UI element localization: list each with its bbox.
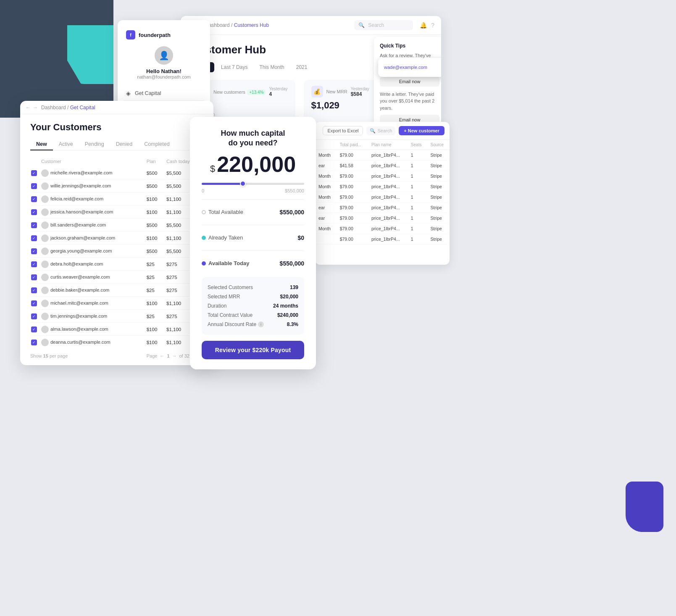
tab-new[interactable]: New xyxy=(30,139,53,150)
list-item[interactable]: Month $79.00 price_1lbrP4... 1 Stripe xyxy=(315,224,450,234)
row-check[interactable]: ✓ xyxy=(31,167,40,179)
tab-2021[interactable]: 2021 xyxy=(291,62,313,72)
stat-val-customers: 139 xyxy=(290,284,298,290)
page-label: Page xyxy=(147,353,158,358)
row-email: alma.lawson@example.com xyxy=(41,324,146,336)
tab-completed[interactable]: Completed xyxy=(138,139,175,150)
table-row[interactable]: ✓ georgia.young@example.com $500 $5,500 xyxy=(31,245,203,258)
available-today-label: Available Today xyxy=(202,260,250,266)
slider-thumb[interactable] xyxy=(240,181,246,187)
cust-content: Your Customers New Active Pending Denied… xyxy=(20,114,213,349)
tab-denied[interactable]: Denied xyxy=(110,139,139,150)
hub-search[interactable]: 🔍 Search xyxy=(354,20,413,30)
metric-new-mrr: 💰 New MRR Yesterday$584 $1,029 xyxy=(304,80,377,123)
quick-tip-2-link[interactable]: wade@example.com xyxy=(378,58,441,77)
cust-back-btn[interactable]: ← xyxy=(25,104,31,111)
row-check[interactable]: ✓ xyxy=(31,324,40,336)
table-row[interactable]: ✓ alma.lawson@example.com $100 $1,100 xyxy=(31,324,203,336)
th-period xyxy=(315,140,337,150)
page-back-btn[interactable]: ← xyxy=(160,353,164,358)
capital-slider[interactable]: 0 $550,000 xyxy=(202,183,304,193)
avatar-icon: 👤 xyxy=(159,50,169,61)
row-check[interactable]: ✓ xyxy=(31,271,40,284)
list-item[interactable]: ear $41.58 price_1lbrP4... 1 Stripe xyxy=(315,161,450,171)
stat-val-contract: $240,000 xyxy=(277,312,298,318)
hub-row-total: $79.00 xyxy=(337,150,368,161)
capital-cta-btn[interactable]: Review your $220k Payout xyxy=(202,341,304,359)
table-row[interactable]: ✓ felicia.reid@example.com $100 $1,100 xyxy=(31,193,203,205)
list-item[interactable]: ear $79.00 price_1lbrP4... 1 Stripe xyxy=(315,203,450,213)
table-row[interactable]: ✓ curtis.weaver@example.com $25 $275 xyxy=(31,271,203,284)
already-taken-label: Already Taken xyxy=(202,234,243,241)
dot-none xyxy=(202,210,206,214)
capital-modal: How much capitaldo you need? $ 220,000 0… xyxy=(190,117,316,369)
tab-pending[interactable]: Pending xyxy=(79,139,110,150)
row-check[interactable]: ✓ xyxy=(31,180,40,192)
table-row[interactable]: ✓ debbie.baker@example.com $25 $275 xyxy=(31,284,203,297)
metric-yesterday-1: Yesterday4 xyxy=(269,87,287,97)
quick-tips-title: Quick Tips xyxy=(380,43,439,49)
row-check[interactable]: ✓ xyxy=(31,206,40,218)
hub-row-seats: 1 xyxy=(408,224,427,234)
table-row[interactable]: ✓ debra.holt@example.com $25 $275 xyxy=(31,258,203,271)
capital-bottom: Selected Customers 139 Selected MRR $20,… xyxy=(190,277,316,369)
list-item[interactable]: $79.00 price_1lbrP4... 1 Stripe xyxy=(315,234,450,245)
row-check[interactable]: ✓ xyxy=(31,297,40,310)
capital-divider-1 xyxy=(202,199,304,200)
hub-row-source: Stripe xyxy=(427,150,450,161)
hub-row-plan: price_1lbrP4... xyxy=(368,234,408,245)
table-row[interactable]: ✓ jessica.hanson@example.com $100 $1,100 xyxy=(31,206,203,218)
tab-last7[interactable]: Last 7 Days xyxy=(216,62,253,72)
tab-active[interactable]: Active xyxy=(53,139,79,150)
hub-row-period: ear xyxy=(315,161,337,171)
table-row[interactable]: ✓ deanna.curtis@example.com $100 $1,100 xyxy=(31,337,203,348)
row-check[interactable]: ✓ xyxy=(31,193,40,205)
table-row[interactable]: ✓ michelle.rivera@example.com $500 $5,50… xyxy=(31,167,203,179)
cust-breadcrumb: Dashboard / Get Capital xyxy=(41,105,95,111)
th-plan-name: Plan name xyxy=(368,140,408,150)
bell-icon[interactable]: 🔔 xyxy=(420,22,427,29)
table-row[interactable]: ✓ bill.sanders@example.com $500 $5,500 xyxy=(31,219,203,232)
table-row[interactable]: ✓ willie.jennings@example.com $500 $5,50… xyxy=(31,180,203,192)
list-item[interactable]: Month $79.00 price_1lbrP4... 1 Stripe xyxy=(315,171,450,182)
hub-row-total: $79.00 xyxy=(337,234,368,245)
dot-teal xyxy=(202,236,206,240)
hub-row-period: Month xyxy=(315,192,337,203)
list-item[interactable]: Month $79.00 price_1lbrP4... 1 Stripe xyxy=(315,150,450,161)
new-customer-btn[interactable]: + New customer xyxy=(399,126,445,135)
tab-this-month[interactable]: This Month xyxy=(254,62,289,72)
list-item[interactable]: Month $79.00 price_1lbrP4... 1 Stripe xyxy=(315,182,450,192)
help-icon[interactable]: ? xyxy=(431,22,434,29)
cust-forward-btn[interactable]: → xyxy=(32,104,38,111)
hub-row-total: $79.00 xyxy=(337,171,368,182)
quick-tip-1-email-btn[interactable]: Email now xyxy=(380,76,439,87)
stat-label-mrr: Selected MRR xyxy=(208,294,240,300)
slider-labels: 0 $550,000 xyxy=(202,188,304,193)
list-item[interactable]: Month $79.00 price_1lbrP4... 1 Stripe xyxy=(315,192,450,203)
row-check[interactable]: ✓ xyxy=(31,337,40,348)
cust-tabs: New Active Pending Denied Completed xyxy=(30,139,203,150)
capital-amount: $ 220,000 xyxy=(202,153,304,175)
hub-row-total: $79.00 xyxy=(337,213,368,224)
hub-row-source: Stripe xyxy=(427,171,450,182)
row-check[interactable]: ✓ xyxy=(31,311,40,323)
export-excel-btn[interactable]: Export to Excel xyxy=(323,126,363,135)
list-item[interactable]: ear $79.00 price_1lbrP4... 1 Stripe xyxy=(315,213,450,224)
table-row[interactable]: ✓ tim.jennings@example.com $25 $275 xyxy=(31,311,203,323)
row-check[interactable]: ✓ xyxy=(31,219,40,232)
metric-badge-1: +13.4% xyxy=(247,90,266,95)
row-check[interactable]: ✓ xyxy=(31,232,40,245)
row-check[interactable]: ✓ xyxy=(31,245,40,258)
sidebar-item-get-capital[interactable]: ◈ Get Capital xyxy=(118,86,210,100)
table-row[interactable]: ✓ jackson.graham@example.com $100 $1,100 xyxy=(31,232,203,245)
hub-row-total: $79.00 xyxy=(337,192,368,203)
hub-table-search[interactable]: 🔍 Search xyxy=(366,126,395,135)
row-email: bill.sanders@example.com xyxy=(41,219,146,232)
row-check[interactable]: ✓ xyxy=(31,258,40,271)
search-icon: 🔍 xyxy=(358,22,365,28)
hub-table-topbar: Export to Excel 🔍 Search + New customer xyxy=(315,122,450,140)
row-check[interactable]: ✓ xyxy=(31,284,40,297)
table-row[interactable]: ✓ michael.mitc@example.com $100 $1,100 xyxy=(31,297,203,310)
hub-row-source: Stripe xyxy=(427,213,450,224)
page-forward-btn[interactable]: → xyxy=(172,353,177,358)
